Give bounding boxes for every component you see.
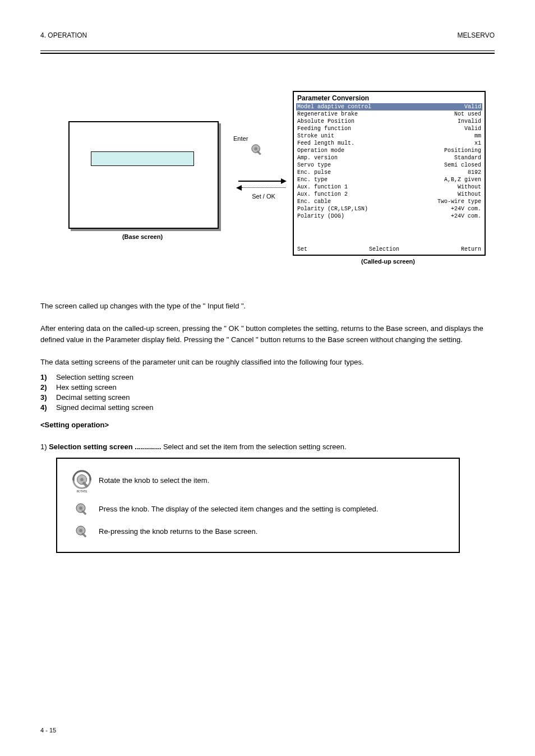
row-name: Polarity (DOG): [297, 213, 344, 219]
row-value: Two-wire type: [437, 199, 481, 205]
svg-point-11: [79, 529, 82, 532]
base-screen-caption: (Base screen): [68, 233, 216, 240]
knob-press-icon: [65, 503, 99, 516]
row-value: Positioning: [444, 147, 481, 154]
called-screen-row: Model adaptive controlValid: [296, 103, 482, 110]
svg-point-9: [79, 506, 82, 510]
set-ok-label: Set / OK: [238, 193, 289, 200]
called-screen-row: Stroke unitmm: [294, 132, 485, 140]
bullet-text: Selection setting screen: [56, 373, 133, 381]
row-name: Operation mode: [297, 147, 344, 154]
row-value: Without: [458, 184, 481, 190]
row-name: Polarity (CR,LSP,LSN): [297, 206, 368, 212]
knob-press-icon: [251, 144, 263, 156]
row-value: Semi closed: [444, 162, 481, 168]
bullet-item: 2)Hex setting screen: [40, 383, 495, 391]
row-name: Stroke unit: [297, 133, 334, 139]
procedure-row-1: ROTATE Rotate the knob to select the ite…: [65, 468, 451, 494]
svg-point-1: [254, 147, 257, 150]
footer-set: Set: [297, 246, 307, 252]
arrow-left-icon: [242, 187, 285, 188]
row-name: Feeding function: [297, 126, 351, 132]
called-screen-row: Polarity (CR,LSP,LSN)+24V com.: [294, 205, 485, 213]
enter-label: Enter: [233, 135, 248, 142]
row-value: Valid: [464, 104, 481, 110]
body-text: The screen called up changes with the ty…: [40, 301, 495, 368]
base-screen-box: [68, 121, 219, 229]
knob-press-icon: [65, 525, 99, 538]
row-value: A,B,Z given: [444, 177, 481, 183]
procedure-text-1: Rotate the knob to select the item.: [99, 476, 451, 485]
bullet-text: Decimal setting screen: [56, 393, 130, 402]
called-screen-row: Amp. versionStandard: [294, 154, 485, 162]
row-value: Without: [458, 191, 481, 197]
called-screen-footer: Set Selection Return: [297, 246, 481, 252]
called-screen-row: Aux. function 2Without: [294, 191, 485, 198]
svg-text:ROTATE: ROTATE: [77, 490, 87, 493]
bullet-item: 1)Selection setting screen: [40, 373, 495, 381]
called-screen-row: Operation modePositioning: [294, 147, 485, 154]
procedure-text-3: Re-pressing the knob returns to the Base…: [99, 527, 451, 536]
input-field-bar: [91, 151, 194, 166]
bullet-text: Signed decimal setting screen: [56, 403, 153, 412]
called-screen-row: Regenerative brakeNot used: [294, 110, 485, 118]
header-row: 4. OPERATION MELSERVO: [40, 31, 495, 39]
row-name: Servo type: [297, 162, 331, 168]
called-screen-caption: (Called-up screen): [293, 258, 483, 265]
called-screen-row: Enc. cableTwo-wire type: [294, 198, 485, 205]
procedure-row-2: Press the knob. The display of the selec…: [65, 503, 451, 516]
row-value: 8192: [468, 169, 481, 176]
bullet-item: 4)Signed decimal setting screen: [40, 403, 495, 412]
called-screen-box: Parameter Conversion Model adaptive cont…: [293, 91, 486, 256]
row-value: +24V com.: [451, 206, 481, 212]
footer-return: Return: [461, 246, 481, 252]
row-value: Not used: [454, 111, 481, 117]
called-screen-row: Servo typeSemi closed: [294, 162, 485, 169]
svg-point-6: [80, 478, 84, 481]
called-screen-row: Polarity (DOG)+24V com.: [294, 213, 485, 220]
para-3: The data setting screens of the paramete…: [40, 357, 495, 368]
para-1: The screen called up changes with the ty…: [40, 301, 495, 312]
bullet-label: 4): [40, 403, 56, 412]
bullet-list: 1)Selection setting screen2)Hex setting …: [40, 373, 495, 412]
step-rest: Select and set the item from the selecti…: [163, 442, 347, 451]
page-footer: 4 - 15: [40, 727, 495, 734]
row-value: Standard: [454, 155, 481, 161]
called-screen-row: Aux. function 1Without: [294, 183, 485, 191]
row-name: Absolute Position: [297, 118, 354, 125]
header-right: MELSERVO: [458, 31, 495, 39]
row-name: Regenerative brake: [297, 111, 358, 117]
step-1: 1) Selection setting screen ............…: [40, 442, 495, 451]
para-2: After entering data on the called-up scr…: [40, 323, 495, 345]
called-screen-row: Enc. pulse8192: [294, 169, 485, 176]
section-label: <Setting operation>: [40, 421, 495, 429]
row-value: +24V com.: [451, 213, 481, 219]
procedure-text-2: Press the knob. The display of the selec…: [99, 505, 451, 513]
step-number: 1): [40, 442, 47, 451]
page: 4. OPERATION MELSERVO (Base screen) Ente…: [0, 0, 535, 756]
row-name: Model adaptive control: [297, 104, 371, 110]
called-screen-row: Feed length mult.x1: [294, 140, 485, 147]
called-screen-row: Absolute PositionInvalid: [294, 118, 485, 125]
row-name: Enc. type: [297, 177, 328, 183]
bullet-text: Hex setting screen: [56, 383, 117, 391]
footer-selection: Selection: [369, 246, 399, 252]
row-name: Feed length mult.: [297, 140, 354, 146]
row-value: mm: [474, 133, 481, 139]
bullet-item: 3)Decimal setting screen: [40, 393, 495, 402]
step-bold: Selection setting screen .............: [49, 442, 161, 451]
called-screen-title: Parameter Conversion: [294, 92, 485, 103]
row-value: Invalid: [458, 118, 481, 125]
arrow-right-icon: [238, 181, 285, 182]
bullet-label: 2): [40, 383, 56, 391]
header-rule: [40, 50, 495, 54]
row-name: Aux. function 1: [297, 184, 348, 190]
procedure-row-3: Re-pressing the knob returns to the Base…: [65, 525, 451, 538]
bullet-label: 1): [40, 373, 56, 381]
called-screen-row: Enc. typeA,B,Z given: [294, 176, 485, 183]
row-name: Aux. function 2: [297, 191, 348, 197]
procedure-box: ROTATE Rotate the knob to select the ite…: [56, 458, 460, 553]
row-name: Enc. cable: [297, 199, 331, 205]
row-name: Amp. version: [297, 155, 338, 161]
page-number: 4 - 15: [40, 727, 56, 734]
